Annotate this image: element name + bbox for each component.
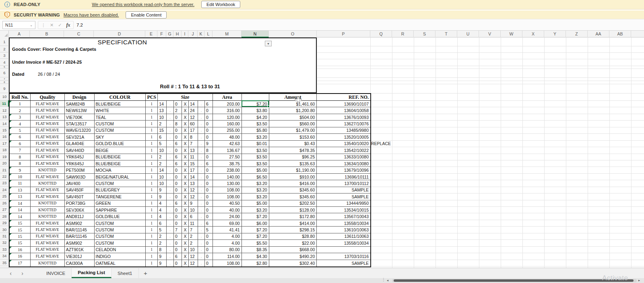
header-pcs[interactable]: PCS	[146, 94, 158, 100]
cell-roll-no[interactable]: 9	[10, 167, 31, 173]
row-header-20[interactable]: 20	[0, 160, 9, 166]
cell-quality[interactable]: FLAT WEAVE	[31, 121, 65, 127]
cell-roll-no[interactable]: 7	[10, 147, 31, 153]
cell-size-ft2[interactable]: 8	[189, 134, 198, 140]
cell-quality[interactable]: FLAT WEAVE	[31, 253, 65, 259]
cell-size-ft2[interactable]: 12	[189, 114, 198, 120]
column-header-W[interactable]: W	[501, 31, 522, 37]
cell-quality[interactable]: FLAT WEAVE	[31, 141, 65, 147]
cell-area[interactable]: 40.50	[213, 200, 242, 206]
cell-size-ft1[interactable]: 10	[158, 174, 167, 180]
cell-size-in1[interactable]: 0	[174, 134, 182, 140]
cell-amount[interactable]: $416.00	[269, 180, 317, 186]
cell-quality[interactable]: KNOTTED	[31, 213, 65, 219]
cell-size-ft2[interactable]: 17	[189, 167, 198, 173]
cell-area[interactable]: 136.67	[213, 147, 242, 153]
cell-area[interactable]: 316.00	[213, 107, 242, 113]
cell-size-sep[interactable]: .	[198, 127, 205, 133]
column-header-M[interactable]: M	[213, 31, 242, 37]
scroll-left-icon[interactable]: ◂	[387, 279, 388, 282]
cell-pcs[interactable]: 1	[146, 260, 158, 266]
cell-size-ft2[interactable]: 9	[189, 200, 198, 206]
formula-bar-menu-dots-icon[interactable]: ⋮	[41, 23, 45, 27]
cell-size-in2[interactable]: 9	[205, 141, 213, 147]
sheet-nav-next-icon[interactable]: ›	[17, 268, 28, 278]
cell-rate[interactable]: $3.80	[242, 107, 269, 113]
column-header-Z[interactable]: Z	[566, 31, 588, 37]
cell-pcs[interactable]: 1	[146, 240, 158, 246]
cell-area[interactable]: 24.00	[213, 213, 242, 219]
cell-rate[interactable]: $3.50	[242, 160, 269, 166]
row-header-18[interactable]: 18	[0, 147, 9, 153]
cell-quality[interactable]: FLAT WEAVE	[31, 194, 65, 200]
cell-size-x[interactable]: X	[182, 213, 189, 219]
cell-quality[interactable]: FLAT WEAVE	[31, 147, 65, 153]
cell-rate[interactable]: $6.50	[242, 174, 269, 180]
cell-design[interactable]: SEV321A	[65, 134, 95, 140]
column-header-E[interactable]: E	[145, 31, 157, 37]
cell-size-ft1[interactable]: 4	[158, 200, 167, 206]
column-header-I[interactable]: I	[182, 31, 188, 37]
cell-size-in2[interactable]: 0	[205, 180, 213, 186]
row-header-35[interactable]: 35	[0, 260, 9, 266]
cell-area[interactable]: 4.00	[213, 240, 242, 246]
cell-size-sep[interactable]: .	[167, 154, 174, 160]
column-header-F[interactable]: F	[157, 31, 166, 37]
cell-area[interactable]: 41.41	[213, 227, 242, 233]
row-header-21[interactable]: 21	[0, 166, 9, 173]
cell-size-ft2[interactable]: 10	[189, 207, 198, 213]
cell-area[interactable]: 140.00	[213, 174, 242, 180]
cell-amount[interactable]: $1,479.00	[269, 127, 317, 133]
row-header-9[interactable]: 9	[0, 84, 9, 93]
header-design[interactable]: Design	[65, 94, 95, 100]
cell-size-in2[interactable]: 0	[205, 240, 213, 246]
cell-colour[interactable]: SAPPHIRE	[95, 207, 146, 213]
cancel-icon[interactable]: ✕	[50, 23, 54, 28]
cell-size-ft1[interactable]: 9	[158, 194, 167, 200]
cell-size-sep[interactable]: .	[167, 167, 174, 173]
cell-area[interactable]: 114.00	[213, 253, 242, 259]
cell-ref-no[interactable]: 13627/10076	[317, 121, 370, 127]
cell-size-in1[interactable]: 0	[174, 187, 182, 193]
cell-roll-no[interactable]: 13	[10, 187, 31, 193]
cell-pcs[interactable]: 1	[146, 174, 158, 180]
cell-size-in1[interactable]: 6	[174, 141, 182, 147]
cell-size-in1[interactable]: 6	[174, 253, 182, 259]
cell-pcs[interactable]: 1	[146, 121, 158, 127]
cell-ref-no[interactable]: 13558/10034	[317, 240, 370, 246]
cell-design[interactable]: POR738G	[65, 200, 95, 206]
cell-size-in2[interactable]: 0	[205, 121, 213, 127]
cell-quality[interactable]: KNOTTED	[31, 167, 65, 173]
cell-size-sep[interactable]: .	[167, 207, 174, 213]
cell-size-x[interactable]: X	[182, 194, 189, 200]
cell-size-x[interactable]: X	[182, 260, 189, 266]
cell-size-ft2[interactable]: 12	[189, 187, 198, 193]
cell-note[interactable]: REPLACE	[371, 140, 391, 147]
cell-rate[interactable]: $3.20	[242, 187, 269, 193]
cell-size-x[interactable]: X	[182, 167, 189, 173]
cell-size-sep[interactable]: .	[167, 213, 174, 219]
cell-colour[interactable]: WHITE	[95, 107, 146, 113]
cell-roll-no[interactable]: 15	[10, 220, 31, 226]
cell-size-in2[interactable]: 0	[205, 200, 213, 206]
header-size[interactable]: Size	[158, 94, 213, 100]
cell-amount[interactable]: $128.00	[269, 207, 317, 213]
cell-roll-no[interactable]: 15	[10, 227, 31, 233]
cell-size-in2[interactable]: 0	[205, 233, 213, 239]
cell-colour[interactable]: CUSTOM	[95, 121, 146, 127]
cell-pcs[interactable]: 1	[146, 207, 158, 213]
header-roll-no[interactable]: Roll No.	[10, 94, 31, 100]
cell-size-in1[interactable]: 0	[174, 174, 182, 180]
cell-colour[interactable]: CUSTOM	[95, 227, 146, 233]
cell-pcs[interactable]: 1	[146, 247, 158, 253]
cell-area[interactable]: 69.00	[213, 220, 242, 226]
cell-area[interactable]: 203.00	[213, 101, 242, 107]
cell-size-x[interactable]: X	[182, 154, 189, 160]
cell-amount[interactable]: $135.63	[269, 160, 317, 166]
cell-quality[interactable]: KNOTTED	[31, 200, 65, 206]
row-header-25[interactable]: 25	[0, 193, 9, 200]
cell-colour[interactable]: MOCHA	[95, 167, 146, 173]
cell-size-ft2[interactable]: 17	[189, 127, 198, 133]
sheet-nav-prev-icon[interactable]: ‹	[5, 268, 17, 278]
cell-rate[interactable]: $3.20	[242, 134, 269, 140]
